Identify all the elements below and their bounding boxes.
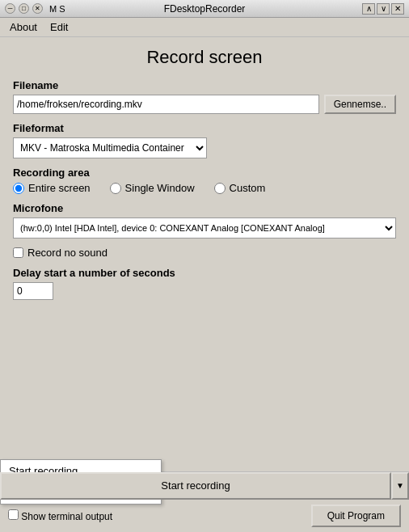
fileformat-select[interactable]: MKV - Matroska Multimedia Container AVI … <box>13 137 207 158</box>
menu-edit[interactable]: Edit <box>44 19 74 35</box>
menubar: About Edit <box>0 18 409 37</box>
dropdown-arrow-icon: ▼ <box>396 481 404 490</box>
fileformat-section: Fileformat MKV - Matroska Multimedia Con… <box>13 122 396 158</box>
titlebar-chevron-down[interactable]: ∨ <box>377 3 390 15</box>
record-no-sound-label[interactable]: Record no sound <box>13 247 396 259</box>
main-content: Record screen Filename Gennemse.. Filefo… <box>0 37 409 318</box>
page-title: Record screen <box>13 47 396 68</box>
recording-area-label: Recording area <box>13 167 396 179</box>
record-no-sound-section: Record no sound <box>13 247 396 259</box>
delay-row <box>13 282 396 300</box>
minimize-button[interactable]: ─ <box>5 3 15 14</box>
radio-entire-screen[interactable]: Entire screen <box>13 182 91 194</box>
record-no-sound-text: Record no sound <box>27 247 108 259</box>
show-terminal-checkbox[interactable] <box>8 509 19 520</box>
recording-area-section: Recording area Entire screen Single Wind… <box>13 167 396 194</box>
radio-custom[interactable]: Custom <box>214 182 266 194</box>
close-button[interactable]: ✕ <box>32 3 43 14</box>
fileformat-label: Fileformat <box>13 122 396 134</box>
window-title: FDesktopRecorder <box>164 3 246 15</box>
delay-section: Delay start a number of seconds <box>13 267 396 300</box>
titlebar-right-controls: ∧ ∨ ✕ <box>362 3 404 15</box>
filename-input[interactable] <box>13 95 319 114</box>
filename-row: Gennemse.. <box>13 95 396 114</box>
radio-custom-label: Custom <box>230 182 266 194</box>
radio-single-window[interactable]: Single Window <box>110 182 195 194</box>
menu-about[interactable]: About <box>3 19 44 35</box>
microphone-section: Microfone (hw:0,0) Intel [HDA Intel], de… <box>13 202 396 239</box>
radio-custom-input[interactable] <box>214 183 226 194</box>
app-letters: M S <box>49 4 65 14</box>
radio-single-window-input[interactable] <box>110 183 121 194</box>
radio-single-window-label: Single Window <box>125 182 195 194</box>
delay-input[interactable] <box>13 282 53 300</box>
quit-button[interactable]: Quit Program <box>311 505 401 527</box>
bottom-section: Start recording Start recording and mini… <box>0 471 409 532</box>
filename-section: Filename Gennemse.. <box>13 79 396 114</box>
titlebar: ─ □ ✕ M S FDesktopRecorder ∧ ∨ ✕ <box>0 0 409 18</box>
maximize-button[interactable]: □ <box>19 3 29 14</box>
titlebar-chevron-up[interactable]: ∧ <box>362 3 375 15</box>
bottom-buttons-row: Show terminal output Quit Program <box>0 500 409 532</box>
microphone-label: Microfone <box>13 202 396 214</box>
microphone-select[interactable]: (hw:0,0) Intel [HDA Intel], device 0: CO… <box>13 217 396 239</box>
dropdown-arrow-button[interactable]: ▼ <box>391 472 409 500</box>
dropdown-bar: Start recording ▼ <box>0 472 409 500</box>
radio-entire-screen-label: Entire screen <box>28 182 91 194</box>
recording-area-options: Entire screen Single Window Custom <box>13 182 396 194</box>
show-terminal-text: Show terminal output <box>21 511 112 522</box>
delay-label: Delay start a number of seconds <box>13 267 396 279</box>
filename-label: Filename <box>13 79 396 91</box>
start-recording-label: Start recording <box>161 479 230 492</box>
start-recording-button[interactable]: Start recording <box>0 472 391 500</box>
show-terminal-checkbox-label[interactable]: Show terminal output <box>8 509 311 522</box>
titlebar-close-icon[interactable]: ✕ <box>391 3 404 15</box>
record-no-sound-checkbox[interactable] <box>13 247 23 258</box>
radio-entire-screen-input[interactable] <box>13 183 24 194</box>
window-controls: ─ □ ✕ M S <box>5 3 65 14</box>
browse-button[interactable]: Gennemse.. <box>324 95 396 114</box>
